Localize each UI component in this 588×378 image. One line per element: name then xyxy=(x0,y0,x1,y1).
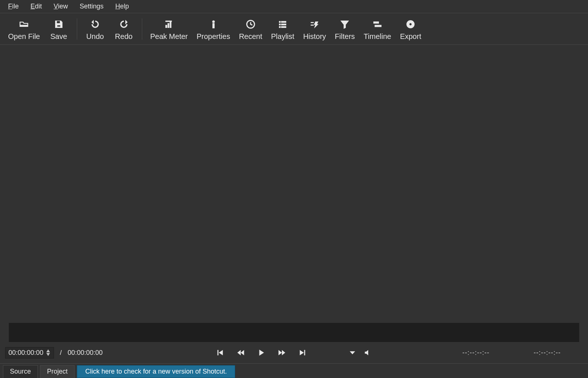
svg-rect-0 xyxy=(20,25,28,26)
svg-rect-15 xyxy=(282,26,286,28)
in-point-timecode: --:--:--:-- xyxy=(462,349,490,357)
redo-label: Redo xyxy=(115,32,133,41)
undo-label: Undo xyxy=(86,32,104,41)
funnel-icon xyxy=(340,19,350,29)
out-point-timecode: --:--:--:-- xyxy=(534,349,561,357)
timecode-separator: / xyxy=(60,349,62,357)
save-label: Save xyxy=(50,32,67,41)
clock-icon xyxy=(245,19,256,29)
folder-open-icon xyxy=(19,19,29,29)
toolbar-separator xyxy=(77,18,77,40)
svg-point-19 xyxy=(409,23,412,26)
video-viewer[interactable] xyxy=(9,50,579,323)
main-area xyxy=(0,45,588,342)
fast-forward-button[interactable] xyxy=(277,348,287,357)
properties-button[interactable]: Properties xyxy=(192,18,234,42)
svg-rect-16 xyxy=(373,22,379,24)
toolbar-separator xyxy=(142,18,142,40)
menubar: File Edit View Settings Help xyxy=(0,0,588,13)
rewind-button[interactable] xyxy=(236,348,245,357)
peak-meter-button[interactable]: Peak Meter xyxy=(146,18,192,42)
svg-point-7 xyxy=(212,21,215,23)
toolbar: Open File Save Undo Redo P xyxy=(0,13,588,45)
scrub-bar[interactable] xyxy=(9,323,579,342)
current-timecode-value: 00:00:00:00 xyxy=(8,349,43,357)
tab-source[interactable]: Source xyxy=(3,365,38,378)
svg-rect-14 xyxy=(279,26,281,28)
svg-rect-5 xyxy=(170,22,171,28)
svg-rect-2 xyxy=(57,25,60,27)
svg-rect-3 xyxy=(166,25,167,28)
export-label: Export xyxy=(400,32,421,41)
menu-edit[interactable]: Edit xyxy=(26,1,46,12)
current-timecode-input[interactable]: 00:00:00:00 xyxy=(5,347,54,359)
filters-button[interactable]: Filters xyxy=(330,18,359,42)
timeline-label: Timeline xyxy=(364,32,391,41)
svg-rect-4 xyxy=(168,24,169,28)
filters-label: Filters xyxy=(335,32,355,41)
disc-icon xyxy=(405,19,416,29)
recent-button[interactable]: Recent xyxy=(234,18,266,42)
info-icon xyxy=(208,19,219,29)
skip-previous-button[interactable] xyxy=(215,348,225,357)
history-icon xyxy=(309,19,320,29)
list-icon xyxy=(277,19,288,29)
timeline-button[interactable]: Timeline xyxy=(359,18,396,42)
bottom-bar: Source Project Click here to check for a… xyxy=(0,363,588,378)
menu-file[interactable]: File xyxy=(4,1,23,12)
timecode-increment[interactable] xyxy=(46,349,51,353)
undo-icon xyxy=(90,19,100,29)
history-button[interactable]: History xyxy=(299,18,330,42)
timecode-decrement[interactable] xyxy=(46,353,51,356)
menu-view[interactable]: View xyxy=(49,1,72,12)
update-check-banner[interactable]: Click here to check for a new version of… xyxy=(77,365,235,378)
playlist-label: Playlist xyxy=(271,32,294,41)
peak-meter-label: Peak Meter xyxy=(150,32,188,41)
volume-button[interactable] xyxy=(363,348,373,357)
menu-help[interactable]: Help xyxy=(111,1,133,12)
recent-label: Recent xyxy=(239,32,262,41)
zoom-dropdown[interactable] xyxy=(348,348,357,357)
svg-rect-17 xyxy=(375,25,381,27)
svg-rect-13 xyxy=(282,24,286,25)
svg-rect-1 xyxy=(57,21,60,24)
export-button[interactable]: Export xyxy=(395,18,426,42)
redo-button[interactable]: Redo xyxy=(110,18,138,42)
open-file-button[interactable]: Open File xyxy=(4,18,44,42)
menu-settings[interactable]: Settings xyxy=(75,1,108,12)
svg-rect-11 xyxy=(282,21,286,23)
undo-button[interactable]: Undo xyxy=(81,18,110,42)
open-file-label: Open File xyxy=(8,32,40,41)
svg-rect-10 xyxy=(279,21,281,23)
play-button[interactable] xyxy=(257,348,266,357)
history-label: History xyxy=(303,32,326,41)
svg-rect-12 xyxy=(279,24,281,25)
save-icon xyxy=(54,19,64,29)
properties-label: Properties xyxy=(197,32,230,41)
skip-next-button[interactable] xyxy=(298,348,307,357)
duration-timecode: 00:00:00:00 xyxy=(68,349,103,357)
playlist-button[interactable]: Playlist xyxy=(267,18,299,42)
svg-rect-6 xyxy=(166,21,172,22)
peak-meter-icon xyxy=(164,19,174,29)
svg-rect-20 xyxy=(218,350,219,356)
tab-project[interactable]: Project xyxy=(40,365,75,378)
transport-bar: 00:00:00:00 / 00:00:00:00 xyxy=(0,342,588,363)
timeline-icon xyxy=(372,19,383,29)
save-button[interactable]: Save xyxy=(44,18,73,42)
svg-rect-21 xyxy=(304,350,305,356)
redo-icon xyxy=(119,19,129,29)
svg-rect-8 xyxy=(212,24,214,28)
